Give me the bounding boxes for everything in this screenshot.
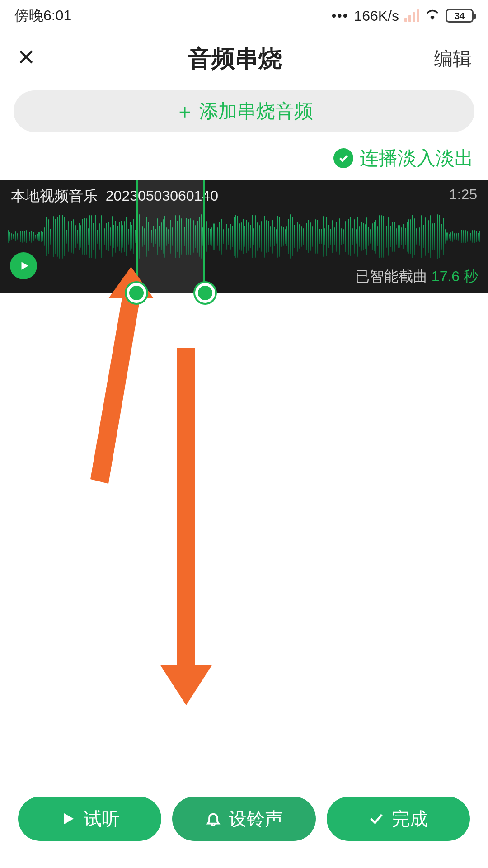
track-duration: 1:25 xyxy=(449,186,477,206)
page-title: 音频串烧 xyxy=(188,43,282,75)
battery-level: 34 xyxy=(455,11,465,21)
wifi-icon xyxy=(425,6,440,25)
bottom-bar: 试听 设铃声 完成 xyxy=(0,797,488,841)
annotation-arrow-1 xyxy=(68,267,185,502)
check-icon xyxy=(368,811,385,827)
trim-end-handle[interactable] xyxy=(195,283,215,303)
bell-icon xyxy=(205,811,221,827)
done-label: 完成 xyxy=(392,807,428,831)
audio-track[interactable]: 本地视频音乐_20230503060140 1:25 已智能截曲 17.6 秒 xyxy=(0,180,488,293)
svg-marker-1 xyxy=(160,348,212,705)
plus-icon: ＋ xyxy=(175,98,195,125)
set-ringtone-button[interactable]: 设铃声 xyxy=(172,797,315,841)
annotation-arrow-2 xyxy=(154,348,217,710)
edit-button[interactable]: 编辑 xyxy=(434,46,472,71)
status-time: 傍晚6:01 xyxy=(14,6,71,26)
waveform xyxy=(0,205,488,268)
play-clip-button[interactable] xyxy=(10,252,37,279)
clip-info: 已智能截曲 17.6 秒 xyxy=(355,267,478,287)
close-icon xyxy=(16,47,36,67)
page-header: 音频串烧 编辑 xyxy=(0,32,488,86)
signal-icon xyxy=(404,9,419,22)
preview-label: 试听 xyxy=(84,807,120,831)
fade-toggle[interactable]: 连播淡入淡出 xyxy=(0,132,488,180)
status-bar: 傍晚6:01 ••• 166K/s 34 xyxy=(0,0,488,32)
fade-toggle-label: 连播淡入淡出 xyxy=(360,146,474,171)
battery-icon: 34 xyxy=(446,9,474,23)
play-icon xyxy=(60,811,76,827)
play-icon xyxy=(19,260,30,272)
close-button[interactable] xyxy=(16,47,36,71)
clip-value: 17.6 xyxy=(432,268,460,284)
network-speed: 166K/s xyxy=(354,8,399,24)
preview-button[interactable]: 试听 xyxy=(18,797,161,841)
clip-unit: 秒 xyxy=(464,268,478,284)
trim-start-handle[interactable] xyxy=(127,283,146,303)
set-ringtone-label: 设铃声 xyxy=(229,807,283,831)
trim-selection[interactable] xyxy=(136,180,205,293)
add-audio-label: 添加串烧音频 xyxy=(199,99,313,124)
clip-prefix: 已智能截曲 xyxy=(355,268,427,284)
more-dots-icon: ••• xyxy=(332,8,349,24)
done-button[interactable]: 完成 xyxy=(327,797,470,841)
add-audio-button[interactable]: ＋ 添加串烧音频 xyxy=(14,90,474,132)
check-circle-icon xyxy=(333,148,353,168)
